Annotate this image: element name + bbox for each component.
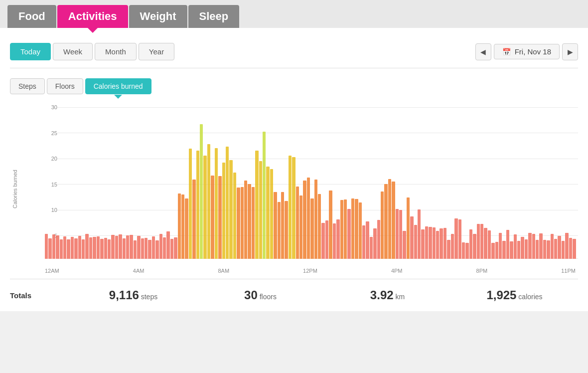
bars-area (42, 104, 578, 259)
period-tab-today[interactable]: Today (10, 43, 51, 60)
bar (303, 181, 306, 259)
nav-tab-food[interactable]: Food (7, 5, 56, 28)
bar (344, 199, 347, 259)
bar (252, 187, 255, 259)
bar (255, 151, 258, 259)
bar (384, 184, 387, 259)
bar (355, 199, 358, 259)
bar (285, 201, 288, 259)
bar (159, 234, 162, 259)
period-tab-year[interactable]: Year (139, 43, 174, 60)
bar (421, 229, 424, 259)
bar (78, 236, 81, 259)
bar (347, 209, 350, 259)
nav-tab-sleep[interactable]: Sleep (188, 5, 240, 28)
total-km-unit-label: km (395, 293, 405, 301)
total-steps-unit-label: steps (141, 293, 157, 301)
bar (215, 148, 218, 259)
next-date-button[interactable]: ▶ (562, 43, 578, 60)
x-label-11pm: 11PM (561, 268, 576, 274)
bar (123, 238, 126, 259)
bar (244, 181, 247, 259)
total-calories: 1,925 calories (451, 288, 578, 302)
date-display: 📅 Fri, Nov 18 (494, 44, 560, 59)
bar (185, 198, 188, 259)
bar (573, 239, 576, 259)
bar (558, 236, 561, 259)
prev-date-button[interactable]: ◀ (475, 43, 491, 60)
current-date: Fri, Nov 18 (515, 47, 551, 56)
bar (248, 184, 251, 259)
bar (178, 193, 181, 259)
bar (192, 180, 195, 259)
metric-tabs: Steps Floors Calories burned (10, 78, 578, 94)
chart-grid: 30 25 20 15 (25, 104, 578, 274)
bar (473, 234, 476, 259)
bar (207, 144, 210, 259)
bar (410, 216, 413, 259)
chart-container: Calories burned 30 25 20 (10, 104, 578, 274)
totals-label: Totals (10, 291, 70, 300)
nav-tab-weight[interactable]: Weight (129, 5, 187, 28)
bar (532, 234, 535, 259)
bar (126, 235, 129, 259)
bar (130, 235, 133, 259)
bar (233, 173, 236, 259)
bar (443, 228, 446, 259)
total-floors-unit-label: floors (260, 293, 277, 301)
bar (318, 194, 321, 259)
bar (366, 221, 369, 259)
bar (333, 223, 336, 259)
bar (340, 200, 343, 259)
bar (370, 237, 373, 259)
period-tab-month[interactable]: Month (95, 43, 137, 60)
bar (111, 235, 114, 259)
bar (63, 236, 66, 259)
main-content: Today Week Month Year ◀ 📅 Fri, Nov 18 ▶ … (0, 28, 588, 311)
bar (222, 163, 225, 259)
bar (554, 239, 557, 259)
bar (67, 239, 70, 259)
bar (134, 240, 137, 259)
period-tab-week[interactable]: Week (53, 43, 93, 60)
bar (510, 241, 513, 259)
bar (562, 241, 565, 259)
nav-tab-activities[interactable]: Activities (57, 5, 128, 28)
bar (362, 225, 365, 259)
bar (396, 209, 399, 259)
total-steps-value: 9,116 (109, 288, 139, 302)
date-navigation: ◀ 📅 Fri, Nov 18 ▶ (475, 43, 578, 60)
bar (521, 237, 524, 259)
bar (528, 233, 531, 259)
bar (547, 240, 550, 259)
bar (52, 234, 55, 259)
total-floors-value: 30 (244, 288, 258, 302)
bar (399, 210, 402, 259)
bar (115, 236, 118, 259)
bar (543, 240, 546, 259)
bar (359, 202, 362, 259)
bar (281, 192, 284, 259)
bar (502, 241, 505, 259)
bar (141, 238, 144, 259)
bar (274, 192, 277, 259)
bar (152, 236, 155, 259)
bar (237, 187, 240, 259)
metric-tab-calories[interactable]: Calories burned (85, 78, 151, 94)
bar (189, 149, 192, 259)
bar (469, 229, 472, 259)
total-km: 3.92 km (324, 288, 451, 302)
bar (440, 228, 442, 259)
x-label-4pm: 4PM (391, 268, 403, 274)
bar (433, 227, 436, 259)
metric-tab-steps[interactable]: Steps (10, 78, 45, 94)
bar (119, 234, 122, 259)
bar (74, 238, 77, 259)
bar (388, 179, 391, 259)
chart-section: Steps Floors Calories burned Calories bu… (10, 68, 578, 279)
bar (104, 238, 107, 259)
bar (314, 180, 317, 259)
bar (200, 124, 203, 259)
bar (174, 237, 177, 259)
metric-tab-floors[interactable]: Floors (47, 78, 83, 94)
